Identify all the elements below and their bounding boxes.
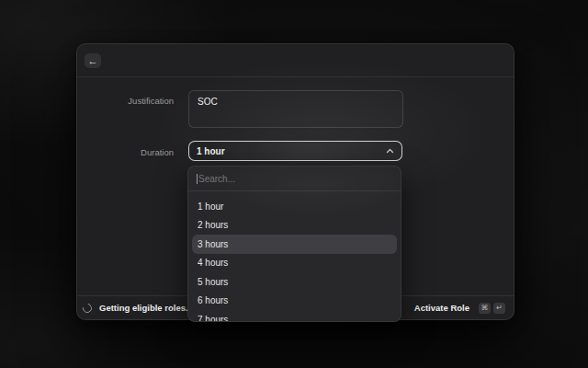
activate-role-button[interactable]: Activate Role ⌘ ↵ [414, 303, 505, 314]
search-placeholder: Search... [198, 174, 235, 184]
duration-value: 1 hour [197, 146, 386, 156]
status-text: Getting eligible roles... [99, 303, 193, 313]
justification-field[interactable]: SOC [188, 90, 403, 128]
back-arrow-icon: ← [88, 56, 98, 66]
justification-label: Justification [96, 96, 174, 106]
duration-label: Duration [96, 147, 174, 157]
justification-value: SOC [198, 97, 394, 107]
duration-select[interactable]: 1 hour [188, 141, 402, 161]
dropdown-option-5-hours[interactable]: 5 hours [192, 272, 397, 292]
desktop-background: ← Justification SOC Duration 1 hour Gett… [0, 0, 588, 368]
command-key-icon: ⌘ [481, 305, 489, 312]
dropdown-search-input[interactable]: Search... [188, 167, 401, 191]
return-key-icon: ↵ [496, 305, 503, 312]
dropdown-option-7-hours[interactable]: 7 hours [192, 310, 397, 322]
dropdown-option-6-hours[interactable]: 6 hours [192, 292, 397, 311]
command-key-badge: ⌘ [479, 303, 491, 314]
window-header: ← [77, 44, 514, 77]
dropdown-option-4-hours[interactable]: 4 hours [192, 254, 397, 273]
dropdown-option-list: 1 hour 2 hours 3 hours 4 hours 5 hours 6… [188, 191, 401, 322]
return-key-badge: ↵ [493, 303, 505, 314]
dropdown-option-3-hours[interactable]: 3 hours [192, 235, 397, 254]
back-button[interactable]: ← [85, 53, 101, 68]
chevron-up-icon [386, 148, 394, 154]
activate-role-label: Activate Role [414, 303, 469, 313]
dropdown-option-1-hour[interactable]: 1 hour [192, 197, 397, 216]
loading-spinner-icon [81, 302, 94, 315]
duration-dropdown-panel: Search... 1 hour 2 hours 3 hours 4 hours… [187, 166, 401, 322]
text-cursor [197, 174, 198, 184]
dropdown-option-2-hours[interactable]: 2 hours [192, 216, 397, 236]
